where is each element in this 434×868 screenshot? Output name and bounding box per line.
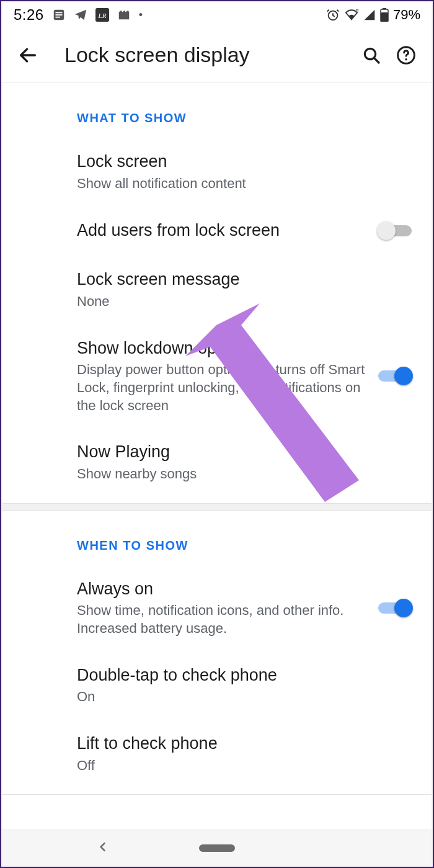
svg-point-13 xyxy=(405,58,407,60)
page-title: Lock screen display xyxy=(64,43,357,67)
svg-rect-10 xyxy=(381,12,388,22)
row-now-playing[interactable]: Now Playing Show nearby songs xyxy=(2,428,432,496)
section-header-when: WHEN TO SHOW xyxy=(2,511,432,565)
svg-rect-1 xyxy=(55,12,62,13)
toggle-lockdown[interactable] xyxy=(378,367,412,385)
lr-notif-icon: LR xyxy=(95,8,109,22)
row-sub: Display power button option that turns o… xyxy=(77,361,371,414)
battery-icon xyxy=(380,8,389,22)
telegram-notif-icon xyxy=(74,8,87,22)
status-bar: 5:26 LR • R xyxy=(2,2,432,27)
app-bar: Lock screen display xyxy=(2,27,432,83)
search-button[interactable] xyxy=(357,41,386,69)
movie-notif-icon xyxy=(117,8,131,22)
system-nav-bar xyxy=(2,830,432,866)
help-icon xyxy=(396,45,416,65)
row-label: Lift to check phone xyxy=(77,733,404,754)
row-lock-screen[interactable]: Lock screen Show all notification conten… xyxy=(2,138,432,206)
toggle-add-users[interactable] xyxy=(378,221,412,240)
row-sub: None xyxy=(77,293,404,311)
more-notif-icon: • xyxy=(139,9,143,22)
section-header-what: WHAT TO SHOW xyxy=(2,83,432,138)
section-when-to-show: WHEN TO SHOW Always on Show time, notifi… xyxy=(2,511,432,795)
row-lift[interactable]: Lift to check phone Off xyxy=(2,720,432,788)
toggle-always-on[interactable] xyxy=(378,599,412,617)
row-sub: On xyxy=(77,688,404,706)
row-label: Show lockdown option xyxy=(77,338,371,359)
row-label: Always on xyxy=(77,579,371,600)
alarm-icon xyxy=(326,8,340,22)
row-label: Double-tap to check phone xyxy=(77,665,404,686)
row-label: Lock screen message xyxy=(77,269,404,290)
svg-rect-3 xyxy=(55,17,60,18)
row-sub: Off xyxy=(77,757,404,775)
message-notif-icon xyxy=(52,8,66,22)
svg-text:R: R xyxy=(355,8,358,14)
signal-icon xyxy=(363,9,376,21)
section-what-to-show: WHAT TO SHOW Lock screen Show all notifi… xyxy=(2,83,432,503)
settings-content[interactable]: WHAT TO SHOW Lock screen Show all notifi… xyxy=(2,83,432,830)
nav-back-button[interactable] xyxy=(97,841,109,856)
row-label: Now Playing xyxy=(77,442,404,463)
section-divider xyxy=(2,503,432,511)
battery-percentage: 79% xyxy=(393,7,420,23)
row-double-tap[interactable]: Double-tap to check phone On xyxy=(2,651,432,720)
nav-home-pill[interactable] xyxy=(199,844,235,852)
svg-text:LR: LR xyxy=(97,12,106,19)
row-label: Lock screen xyxy=(77,151,404,172)
arrow-left-icon xyxy=(17,45,38,66)
row-sub: Show time, notification icons, and other… xyxy=(77,602,371,637)
wifi-icon: R xyxy=(344,8,359,22)
back-button[interactable] xyxy=(14,41,42,69)
row-lock-message[interactable]: Lock screen message None xyxy=(2,256,432,324)
row-always-on[interactable]: Always on Show time, notification icons,… xyxy=(2,565,432,651)
row-sub: Show nearby songs xyxy=(77,465,404,483)
row-lockdown[interactable]: Show lockdown option Display power butto… xyxy=(2,324,432,429)
section-divider xyxy=(2,794,432,795)
help-button[interactable] xyxy=(392,41,420,69)
row-add-users[interactable]: Add users from lock screen xyxy=(2,206,432,256)
row-label: Add users from lock screen xyxy=(77,220,371,241)
search-icon xyxy=(361,45,381,65)
chevron-left-icon xyxy=(97,841,109,853)
svg-rect-2 xyxy=(55,14,62,16)
row-sub: Show all notification content xyxy=(77,175,404,193)
svg-point-11 xyxy=(365,48,375,59)
status-time: 5:26 xyxy=(14,6,44,24)
